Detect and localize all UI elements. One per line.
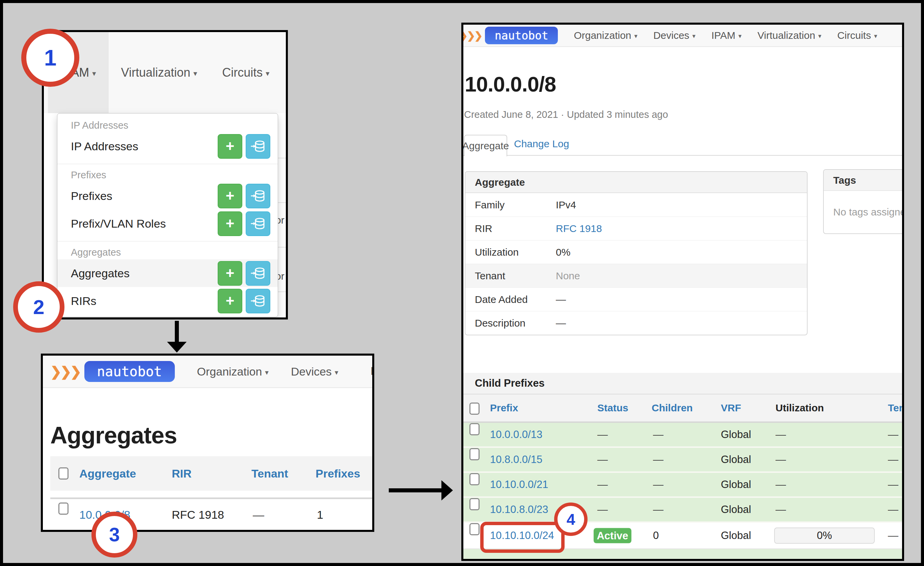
column-header-children[interactable]: Children: [652, 402, 693, 414]
column-header-prefixes[interactable]: Prefixes: [315, 467, 360, 480]
detail-label: Utilization: [465, 247, 519, 258]
nav-organization[interactable]: Organization ▾: [197, 365, 268, 378]
add-button[interactable]: +: [218, 289, 242, 313]
menu-item-label: Prefixes: [71, 190, 218, 203]
nav-organization-label: Organization: [197, 365, 262, 378]
detail-row-description: Description —: [465, 311, 807, 335]
tenant-cell: —: [888, 429, 898, 441]
page-title: 10.0.0.0/8: [465, 72, 556, 96]
column-header-status[interactable]: Status: [597, 402, 628, 414]
menu-item-aggregates[interactable]: Aggregates +: [57, 259, 278, 287]
column-header-tenant[interactable]: Tenant: [888, 402, 904, 414]
menu-item-prefixes[interactable]: Prefixes +: [57, 182, 278, 210]
nav-ipam[interactable]: IPAM ▾: [711, 30, 741, 41]
menu-divider: [57, 164, 278, 164]
tags-card: Tags No tags assigned: [823, 169, 904, 234]
menu-item-label: IP Addresses: [71, 140, 218, 153]
created-updated-meta: Created June 8, 2021 · Updated 3 minutes…: [464, 109, 668, 120]
table-row: 10.10.0.0/21 — — Global — —: [464, 473, 902, 498]
utilization-bar: 0%: [774, 527, 875, 544]
vrf-cell: Global: [721, 504, 751, 516]
nautobot-logo[interactable]: nautobot: [485, 27, 558, 44]
add-button[interactable]: +: [218, 211, 242, 236]
status-cell: —: [597, 453, 608, 466]
vrf-cell: Global: [721, 530, 751, 542]
table-header-border: [50, 497, 372, 499]
vrf-cell: Global: [721, 479, 751, 491]
nav-devices[interactable]: Devices ▾: [653, 30, 696, 41]
menu-divider: [57, 241, 278, 241]
prefix-link[interactable]: 10.0.0.0/13: [490, 429, 542, 441]
aggregates-list-screenshot: ❯❯❯ nautobot Organization ▾ Devices ▾ I …: [41, 354, 374, 532]
prefix-link[interactable]: 10.8.0.0/15: [490, 453, 542, 466]
nav-devices-label: Devices: [291, 365, 332, 378]
rir-link[interactable]: RFC 1918: [556, 223, 602, 234]
chevron-down-icon: ▾: [693, 32, 696, 40]
detail-value: —: [556, 318, 566, 329]
utilization-cell: —: [776, 429, 786, 441]
detail-value: None: [556, 270, 580, 281]
row-checkbox[interactable]: [470, 423, 480, 435]
nav-virtualization[interactable]: Virtualization ▾: [109, 32, 210, 113]
prefix-link[interactable]: 10.10.10.0/24: [490, 530, 554, 542]
menu-item-ip-addresses[interactable]: IP Addresses +: [57, 132, 278, 160]
add-button[interactable]: +: [218, 184, 242, 208]
table-row: 10.0.0.0/13 — — Global — —: [464, 423, 902, 448]
import-button[interactable]: [246, 184, 270, 208]
column-header-vrf[interactable]: VRF: [721, 402, 741, 414]
import-button[interactable]: [246, 134, 270, 159]
table-header-row: Prefix Status Children VRF Utilization T…: [464, 394, 902, 423]
column-header-prefix[interactable]: Prefix: [490, 402, 518, 414]
vrf-cell: Global: [721, 453, 751, 466]
utilization-cell: —: [776, 479, 786, 491]
nav-circuits[interactable]: Circuits ▾: [837, 30, 877, 41]
menu-item-rirs[interactable]: RIRs +: [57, 287, 278, 315]
tab-aggregate[interactable]: Aggregate: [464, 135, 507, 157]
prefix-link[interactable]: 10.10.8.0/23: [490, 504, 548, 516]
add-button[interactable]: +: [218, 261, 242, 286]
row-checkbox[interactable]: [470, 523, 480, 535]
nav-organization[interactable]: Organization ▾: [574, 30, 637, 41]
table-row: 10.8.0.0/15 — — Global — —: [464, 448, 902, 473]
nav-virtualization[interactable]: Virtualization ▾: [757, 30, 821, 41]
select-all-checkbox[interactable]: [470, 403, 480, 415]
row-checkbox[interactable]: [470, 473, 480, 485]
row-checkbox[interactable]: [58, 503, 69, 515]
import-button[interactable]: [246, 289, 270, 313]
nav-virtualization-label: Virtualization: [121, 66, 190, 80]
prefixes-cell: 1: [317, 508, 323, 521]
ipam-menu-screenshot: IPAM ▾ Virtualization ▾ Circuits ▾ or or…: [42, 30, 288, 319]
status-cell: —: [597, 504, 608, 516]
detail-row-utilization: Utilization 0%: [465, 240, 807, 264]
menu-section-header: IP Addresses: [57, 118, 278, 132]
chevron-down-icon: ▾: [738, 32, 741, 40]
tab-change-log[interactable]: Change Log: [514, 138, 569, 150]
prefix-link[interactable]: 10.10.0.0/21: [490, 479, 548, 491]
detail-label: Date Added: [465, 294, 528, 305]
nav-devices[interactable]: Devices ▾: [291, 365, 339, 378]
import-button[interactable]: [246, 261, 270, 286]
children-cell: —: [653, 453, 663, 466]
add-button[interactable]: +: [218, 134, 242, 159]
aggregate-detail-screenshot: ❯❯❯ nautobot Organization ▾ Devices ▾ IP…: [461, 23, 904, 561]
callout-1: 1: [21, 29, 79, 87]
right-arrow-line: [389, 488, 442, 492]
select-all-checkbox[interactable]: [58, 467, 69, 480]
tenant-cell: —: [888, 479, 898, 491]
row-checkbox[interactable]: [470, 498, 480, 510]
tenant-cell: —: [253, 508, 264, 521]
column-header-aggregate[interactable]: Aggregate: [79, 467, 136, 480]
clipped-nav-fragment: I: [370, 364, 374, 378]
menu-item-label: Prefix/VLAN Roles: [71, 217, 218, 230]
nautobot-logo[interactable]: nautobot: [84, 361, 175, 382]
menu-item-prefix-vlan-roles[interactable]: Prefix/VLAN Roles +: [57, 210, 278, 238]
tags-empty-text: No tags assigned: [824, 191, 904, 233]
status-cell: —: [597, 479, 608, 491]
column-header-rir[interactable]: RIR: [172, 467, 192, 480]
row-checkbox[interactable]: [470, 448, 480, 460]
nav-circuits[interactable]: Circuits ▾: [210, 32, 282, 113]
import-button[interactable]: [246, 211, 270, 236]
column-header-tenant[interactable]: Tenant: [251, 467, 288, 480]
aggregate-card: Aggregate Family IPv4 RIR RFC 1918 Utili…: [465, 171, 808, 335]
nav-devices-label: Devices: [653, 30, 690, 41]
